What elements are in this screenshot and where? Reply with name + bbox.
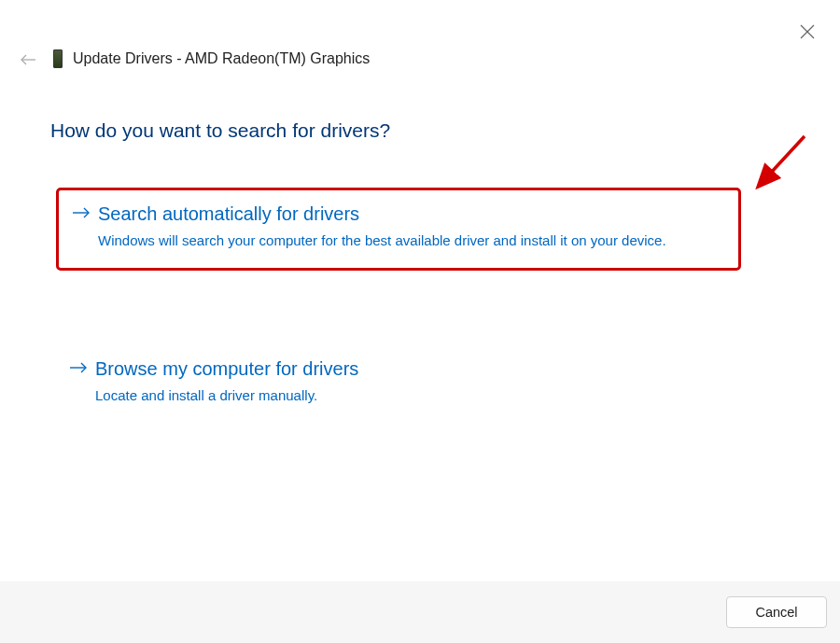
svg-line-6 [760,136,805,185]
cancel-button[interactable]: Cancel [726,596,827,628]
option-browse-computer[interactable]: Browse my computer for drivers Locate an… [56,345,741,423]
page-heading: How do you want to search for drivers? [50,119,390,142]
arrow-right-icon [72,206,91,223]
footer-bar: Cancel [0,581,840,643]
back-button[interactable] [20,53,36,70]
device-icon [50,49,65,69]
annotation-arrow [750,131,816,196]
option-browse-description: Locate and install a driver manually. [95,385,674,406]
option-auto-title: Search automatically for drivers [98,203,359,225]
close-icon [800,24,815,39]
option-auto-description: Windows will search your computer for th… [98,231,677,251]
close-button[interactable] [800,24,815,39]
option-browse-title: Browse my computer for drivers [95,358,358,380]
back-arrow-icon [20,53,36,66]
arrow-right-icon [69,361,88,378]
option-search-automatically[interactable]: Search automatically for drivers Windows… [56,188,741,271]
header-row: Update Drivers - AMD Radeon(TM) Graphics [50,49,370,69]
window-title: Update Drivers - AMD Radeon(TM) Graphics [73,50,370,67]
